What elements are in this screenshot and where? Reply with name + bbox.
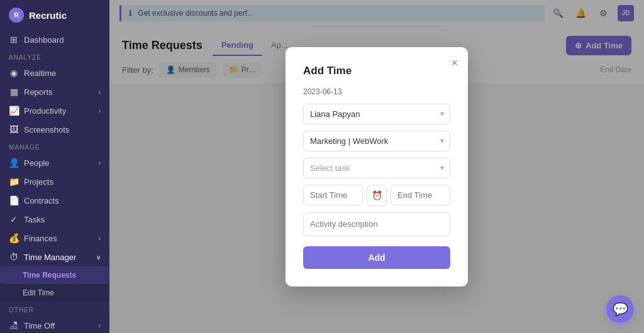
- sidebar-item-productivity[interactable]: 📈 Productivity ›: [0, 101, 109, 120]
- projects-icon: 📁: [9, 177, 19, 187]
- sidebar-item-contracts[interactable]: 📄 Contracts: [0, 191, 109, 210]
- task-select[interactable]: Select task: [303, 158, 450, 178]
- screenshots-icon: 🖼: [9, 124, 19, 134]
- task-field: Select task: [303, 158, 450, 178]
- logo-icon: R: [9, 8, 24, 23]
- sidebar-item-label: Realtime: [24, 68, 56, 78]
- sidebar-item-tasks[interactable]: ✓ Tasks: [0, 210, 109, 229]
- sidebar-item-label: Contracts: [24, 196, 59, 205]
- chat-widget[interactable]: 💬: [606, 295, 634, 323]
- end-time-wrap: [391, 185, 450, 205]
- modal-overlay[interactable]: Add Time × 2023-06-13 Liana Papyan Marke…: [109, 0, 644, 333]
- modal-close-button[interactable]: ×: [451, 57, 458, 68]
- tasks-icon: ✓: [9, 214, 19, 224]
- sidebar-item-label: Reports: [24, 87, 53, 97]
- time-row: ⏰: [303, 185, 450, 206]
- chevron-icon: ›: [99, 89, 101, 96]
- time-manager-submenu: Time Requests Edit Time: [0, 266, 109, 302]
- sidebar-item-dashboard[interactable]: ⊞ Dashboard: [0, 30, 109, 49]
- dashboard-icon: ⊞: [9, 35, 19, 45]
- sidebar-item-label: People: [24, 158, 49, 168]
- modal-title: Add Time: [303, 65, 450, 77]
- sidebar-item-screenshots[interactable]: 🖼 Screenshots: [0, 120, 109, 139]
- chevron-icon: ›: [99, 107, 101, 114]
- sidebar-section-other: OTHER: [0, 302, 109, 316]
- add-time-modal: Add Time × 2023-06-13 Liana Papyan Marke…: [286, 47, 468, 287]
- sidebar-section-manage: MANAGE: [0, 139, 109, 153]
- start-time-input[interactable]: [303, 185, 363, 205]
- chevron-down-icon: ∨: [96, 254, 101, 261]
- sidebar-section-analyze: ANALYZE: [0, 49, 109, 63]
- sidebar-item-finances[interactable]: 💰 Finances ›: [0, 229, 109, 248]
- employee-select[interactable]: Liana Papyan: [303, 104, 450, 124]
- realtime-icon: ◉: [9, 68, 19, 78]
- sidebar-item-label: Time Off: [24, 321, 55, 330]
- sidebar-item-realtime[interactable]: ◉ Realtime: [0, 63, 109, 82]
- sidebar: R Recrutic ⊞ Dashboard ANALYZE ◉ Realtim…: [0, 0, 109, 333]
- start-time-wrap: [303, 185, 363, 205]
- logo-text: Recrutic: [29, 10, 67, 21]
- main-content: ℹ Get exclusive discounts and perf... 🔍 …: [109, 0, 644, 333]
- reports-icon: ▦: [9, 87, 19, 97]
- sidebar-item-reports[interactable]: ▦ Reports ›: [0, 82, 109, 101]
- contracts-icon: 📄: [9, 195, 19, 205]
- end-time-input[interactable]: [391, 185, 450, 205]
- sidebar-item-edit-time[interactable]: Edit Time: [0, 284, 109, 302]
- sidebar-item-label: Projects: [24, 177, 53, 187]
- modal-add-button[interactable]: Add: [303, 246, 450, 269]
- sidebar-item-label: Finances: [24, 234, 57, 243]
- activity-input[interactable]: [303, 212, 450, 236]
- employee-select-wrap: Liana Papyan: [303, 104, 450, 124]
- chevron-icon: ›: [99, 160, 101, 166]
- logo[interactable]: R Recrutic: [0, 0, 109, 30]
- chevron-icon: ›: [99, 235, 101, 242]
- modal-date: 2023-06-13: [303, 87, 450, 96]
- finances-icon: 💰: [9, 233, 19, 243]
- sidebar-item-projects[interactable]: 📁 Projects: [0, 172, 109, 191]
- sidebar-item-label: Tasks: [24, 215, 45, 224]
- sidebar-item-label: Time Manager: [24, 253, 76, 262]
- sidebar-item-label: Dashboard: [24, 35, 64, 45]
- time-off-icon: 🏖: [9, 320, 19, 330]
- sidebar-item-time-requests[interactable]: Time Requests: [0, 266, 109, 284]
- task-select-wrap: Select task: [303, 158, 450, 178]
- sidebar-item-time-manager[interactable]: ⏱ Time Manager ∨: [0, 248, 109, 266]
- time-manager-icon: ⏱: [9, 252, 19, 262]
- people-icon: 👤: [9, 158, 19, 168]
- project-select[interactable]: Marketing | WebWork: [303, 131, 450, 151]
- project-field: Marketing | WebWork: [303, 131, 450, 151]
- project-select-wrap: Marketing | WebWork: [303, 131, 450, 151]
- sidebar-item-label: Screenshots: [24, 125, 69, 134]
- productivity-icon: 📈: [9, 106, 19, 116]
- chevron-icon: ›: [99, 322, 101, 329]
- clock-button[interactable]: ⏰: [367, 185, 387, 206]
- sidebar-item-label: Productivity: [24, 106, 66, 116]
- edit-time-label: Edit Time: [23, 288, 54, 297]
- employee-field: Liana Papyan: [303, 104, 450, 124]
- sidebar-item-people[interactable]: 👤 People ›: [0, 153, 109, 172]
- sidebar-item-time-off[interactable]: 🏖 Time Off ›: [0, 316, 109, 333]
- time-requests-label: Time Requests: [23, 271, 76, 280]
